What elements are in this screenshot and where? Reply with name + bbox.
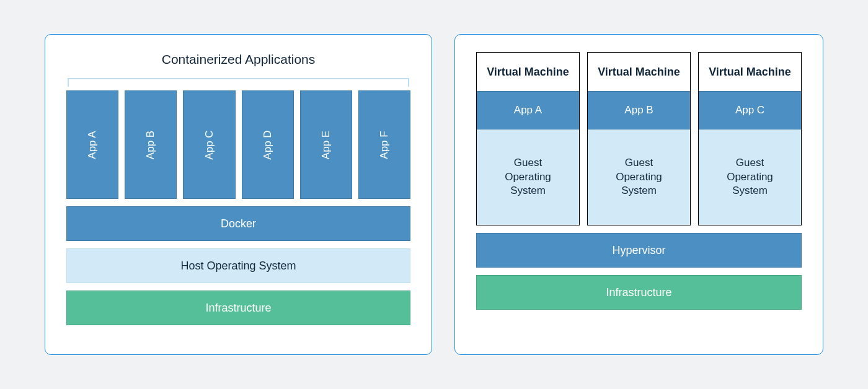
vm-app: App C: [699, 91, 801, 129]
app-box: App E: [300, 90, 352, 199]
vms-row: Virtual Machine App A GuestOperatingSyst…: [476, 52, 802, 225]
app-box: App D: [242, 90, 294, 199]
host-os-layer: Host Operating System: [66, 248, 410, 283]
vm-guest-os: GuestOperatingSystem: [477, 129, 579, 225]
vm-title: Virtual Machine: [588, 53, 690, 91]
infrastructure-layer: Infrastructure: [476, 275, 802, 310]
app-box: App F: [358, 90, 410, 199]
vm-title: Virtual Machine: [699, 53, 801, 91]
containerized-title: Containerized Applications: [66, 52, 410, 67]
vm-title: Virtual Machine: [477, 53, 579, 91]
app-box: App B: [125, 90, 177, 199]
apps-row: App A App B App C App D App E App F: [66, 90, 410, 199]
app-label: App F: [378, 131, 391, 159]
apps-bracket: [68, 78, 409, 87]
virtual-machines-panel: Virtual Machine App A GuestOperatingSyst…: [454, 34, 823, 355]
infrastructure-layer: Infrastructure: [66, 291, 410, 325]
app-label: App A: [86, 131, 99, 159]
hypervisor-layer: Hypervisor: [476, 233, 802, 268]
containerized-panel: Containerized Applications App A App B A…: [45, 34, 432, 355]
vm-guest-os: GuestOperatingSystem: [699, 129, 801, 225]
docker-layer: Docker: [66, 206, 410, 241]
app-label: App C: [203, 130, 215, 159]
app-box: App A: [66, 90, 118, 199]
vm-guest-os: GuestOperatingSystem: [588, 129, 690, 225]
app-label: App B: [144, 130, 157, 159]
vm-app: App A: [477, 91, 579, 129]
app-label: App E: [320, 130, 332, 159]
app-box: App C: [183, 90, 235, 199]
vm-box: Virtual Machine App A GuestOperatingSyst…: [476, 52, 580, 225]
app-label: App D: [262, 130, 274, 159]
vm-box: Virtual Machine App B GuestOperatingSyst…: [587, 52, 691, 225]
vm-box: Virtual Machine App C GuestOperatingSyst…: [698, 52, 802, 225]
vm-app: App B: [588, 91, 690, 129]
